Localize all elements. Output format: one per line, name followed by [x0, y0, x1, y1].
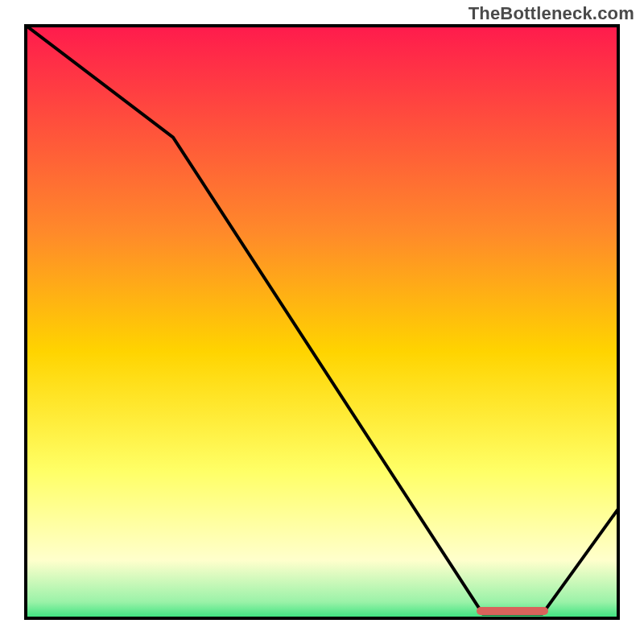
- chart-stage: TheBottleneck.com: [0, 0, 644, 644]
- data-line: [24, 24, 620, 620]
- optimal-range-marker: [477, 607, 548, 615]
- watermark-label: TheBottleneck.com: [469, 3, 634, 24]
- plot-area: [24, 24, 620, 620]
